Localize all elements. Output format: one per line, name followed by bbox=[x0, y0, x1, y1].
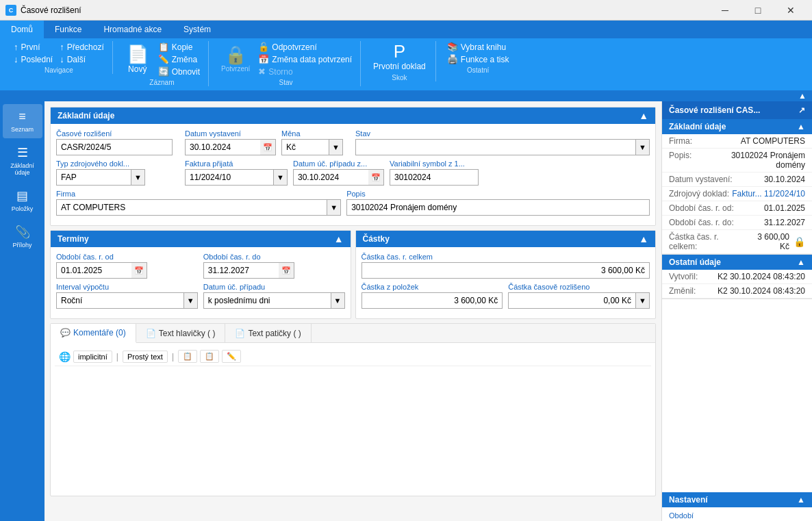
odpotvrzeni-button[interactable]: 🔓 Odpotvrzení bbox=[255, 41, 355, 53]
input-datum-vystaveni[interactable] bbox=[185, 139, 260, 155]
vybrat-knihu-button[interactable]: 📚 Vybrat knihu bbox=[444, 41, 512, 53]
input-datum-uc2[interactable] bbox=[203, 292, 331, 309]
funkce-tisk-button[interactable]: 🖨️ Funkce a tisk bbox=[444, 53, 512, 65]
tab-funkce[interactable]: Funkce bbox=[44, 21, 92, 38]
maximize-button[interactable]: □ bbox=[742, 0, 774, 21]
castky-row-1: Částka čas. r. celkem bbox=[361, 253, 650, 279]
predchozi-button[interactable]: ↑ Předchozí bbox=[57, 41, 107, 53]
firma-dropdown-btn[interactable]: ▼ bbox=[327, 199, 341, 216]
input-mena[interactable] bbox=[281, 139, 329, 155]
zakladni-udaje-header[interactable]: Základní údaje ▲ bbox=[51, 107, 655, 124]
posledni-button[interactable]: ↓ Poslední bbox=[11, 53, 55, 65]
tab-system[interactable]: Systém bbox=[173, 21, 222, 38]
dalsi-button[interactable]: ↓ Další bbox=[57, 53, 107, 65]
input-typ-zdrojoveho[interactable] bbox=[56, 169, 131, 186]
prvotni-doklad-button[interactable]: P Prvotní doklad bbox=[369, 41, 430, 73]
datum-uc-calendar-btn[interactable]: 📅 bbox=[368, 169, 384, 186]
stav-dropdown-btn[interactable]: ▼ bbox=[636, 139, 650, 155]
right-row-obdobiod: Období čas. r. od: 01.01.2025 bbox=[662, 201, 812, 216]
tab-text-paticky[interactable]: 📄 Text patičky ( ) bbox=[225, 324, 311, 342]
input-firma[interactable] bbox=[56, 199, 327, 216]
edit-pencil-btn[interactable]: ✏️ bbox=[222, 350, 241, 363]
copy-btn2[interactable]: 📋 bbox=[200, 350, 219, 363]
storno-button[interactable]: ✖ Storno bbox=[255, 66, 355, 77]
tab-domu[interactable]: Domů bbox=[0, 21, 44, 38]
input-obdobi-od[interactable] bbox=[56, 262, 131, 279]
arrow-down-icon: ↓ bbox=[14, 54, 18, 64]
label-firma: Firma bbox=[56, 190, 341, 198]
obdobi-do-calendar-btn[interactable]: 📅 bbox=[279, 262, 294, 279]
right-obdobido-value: 31.12.2027 bbox=[764, 218, 805, 227]
kopie-button[interactable]: 📋 Kopie bbox=[155, 41, 203, 53]
input-casove-rozliseni[interactable] bbox=[56, 139, 173, 155]
terminy-row-1: Období čas. r. od 📅 Období čas. r. do 📅 bbox=[56, 253, 345, 279]
obnov-button[interactable]: 🔄 Obnovit bbox=[155, 66, 203, 77]
main-layout: ≡ Seznam ☰ Základní údaje ▤ Položky 📎 Př… bbox=[0, 101, 812, 521]
interval-dropdown-btn[interactable]: ▼ bbox=[184, 292, 198, 309]
input-interval[interactable] bbox=[56, 292, 184, 309]
sidebar-item-polozky[interactable]: ▤ Položky bbox=[3, 183, 42, 218]
castky-section: Částky ▲ Částka čas. r. celkem Částka z … bbox=[355, 230, 657, 319]
field-obdobi-od: Období čas. r. od 📅 bbox=[56, 253, 198, 279]
right-section-ostatni-header[interactable]: Ostatní údaje ▲ bbox=[662, 255, 812, 270]
sidebar-item-seznam-label: Seznam bbox=[11, 126, 34, 133]
field-castka-celkem: Částka čas. r. celkem bbox=[361, 253, 650, 279]
input-faktura[interactable] bbox=[185, 169, 274, 186]
input-castka-celkem[interactable] bbox=[361, 262, 650, 279]
right-obdobido-label: Období čas. r. do: bbox=[669, 218, 734, 227]
tab-komentare[interactable]: 💬 Komentáře (0) bbox=[51, 324, 136, 343]
zmena-button[interactable]: ✏️ Změna bbox=[155, 53, 203, 65]
faktura-dropdown-btn[interactable]: ▼ bbox=[274, 169, 288, 186]
right-section-ostatni-collapse: ▲ bbox=[797, 257, 805, 267]
input-popis[interactable] bbox=[346, 199, 650, 216]
potvrzeni-btn-large[interactable]: 🔒 Potvrzení bbox=[217, 45, 254, 74]
ribbon-content: ↑ První ↓ Poslední ↑ Předchozí ↓ bbox=[0, 38, 812, 90]
input-castka-rozliseno[interactable] bbox=[508, 292, 636, 309]
obdobi-od-calendar-btn[interactable]: 📅 bbox=[131, 262, 147, 279]
sidebar-item-zakladni[interactable]: ☰ Základní údaje bbox=[3, 140, 42, 181]
label-obdobi-od: Období čas. r. od bbox=[56, 253, 198, 261]
tab-bar: 💬 Komentáře (0) 📄 Text hlavičky ( ) 📄 Te… bbox=[51, 324, 655, 343]
sidebar: ≡ Seznam ☰ Základní údaje ▤ Položky 📎 Př… bbox=[0, 101, 45, 521]
zmena-data-button[interactable]: 📅 Změna data potvrzení bbox=[255, 53, 355, 65]
tab-text-hlavicky[interactable]: 📄 Text hlavičky ( ) bbox=[136, 324, 226, 342]
tab-editor[interactable] bbox=[55, 366, 651, 490]
sidebar-item-seznam[interactable]: ≡ Seznam bbox=[3, 104, 42, 138]
ribbon-group-zaznam: 📄 Nový 📋 Kopie ✏️ Změna 🔄 Obnovit bbox=[116, 41, 209, 86]
open-icon[interactable]: ↗ bbox=[798, 105, 805, 115]
right-zdrojdoklad-value: Faktur... 11/2024/10 bbox=[732, 189, 805, 199]
prosty-text-btn[interactable]: Prostý text bbox=[123, 351, 168, 363]
castky-row-2: Částka z položek Částka časově rozlišeno… bbox=[361, 283, 650, 309]
title-bar-left: C Časové rozlišení bbox=[5, 5, 81, 16]
right-section-zakladni-header[interactable]: Základní údaje ▲ bbox=[662, 119, 812, 134]
mena-dropdown-btn[interactable]: ▼ bbox=[329, 139, 343, 155]
castka-rozliseno-btn[interactable]: ▼ bbox=[636, 292, 650, 309]
close-button[interactable]: ✕ bbox=[775, 0, 807, 21]
input-stav[interactable] bbox=[355, 139, 636, 155]
form-row-3: Firma ▼ Popis bbox=[56, 190, 650, 216]
novy-button[interactable]: 📄 Nový bbox=[121, 44, 154, 75]
right-section-zakladni: Základní údaje ▲ Firma: AT COMPUTERS Pop… bbox=[662, 119, 812, 255]
tab-hromadne[interactable]: Hromadné akce bbox=[92, 21, 173, 38]
datum-uc2-dropdown-btn[interactable]: ▼ bbox=[331, 292, 345, 309]
terminy-content: Období čas. r. od 📅 Období čas. r. do 📅 bbox=[51, 247, 351, 318]
right-section-nastaveni-header[interactable]: Nastavení ▲ bbox=[662, 492, 812, 507]
input-castka-z-polozek[interactable] bbox=[361, 292, 503, 309]
input-variabilni[interactable] bbox=[390, 169, 479, 186]
unlock-icon: 🔓 bbox=[258, 42, 269, 52]
implicitni-btn[interactable]: implicitní bbox=[73, 351, 112, 363]
input-datum-uc[interactable] bbox=[293, 169, 368, 186]
ostatni-small: 📚 Vybrat knihu 🖨️ Funkce a tisk bbox=[444, 41, 512, 65]
copy-btn1[interactable]: 📋 bbox=[178, 350, 197, 363]
ribbon-collapse-bar[interactable]: ▲ bbox=[0, 90, 812, 101]
prvni-button[interactable]: ↑ První bbox=[11, 41, 55, 53]
datum-vystaveni-calendar-btn[interactable]: 📅 bbox=[260, 139, 276, 155]
sidebar-item-prilohy[interactable]: 📎 Přílohy bbox=[3, 219, 42, 254]
typ-dropdown-btn[interactable]: ▼ bbox=[131, 169, 145, 186]
terminy-header[interactable]: Termíny ▲ bbox=[51, 231, 351, 247]
label-castka-rozliseno: Částka časově rozlišeno bbox=[508, 283, 650, 291]
right-firma-value: AT COMPUTERS bbox=[741, 136, 805, 146]
input-obdobi-do[interactable] bbox=[203, 262, 279, 279]
minimize-button[interactable]: ─ bbox=[709, 0, 741, 21]
castky-header[interactable]: Částky ▲ bbox=[356, 231, 656, 247]
